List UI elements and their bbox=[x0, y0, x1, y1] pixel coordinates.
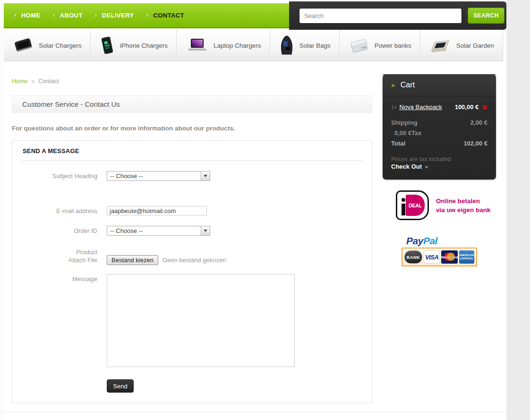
shipping-value: 2,00 € bbox=[470, 118, 487, 128]
nav-arrow-icon: › bbox=[14, 12, 16, 18]
cart-shipping-row: Shipping 2,00 € bbox=[391, 118, 487, 128]
solar-garden-icon bbox=[429, 37, 452, 53]
backpack-icon bbox=[279, 35, 295, 56]
cart-total-row: Total 102,00 € bbox=[391, 138, 487, 149]
nav-item-about[interactable]: › ABOUT bbox=[53, 12, 83, 19]
message-textarea[interactable] bbox=[107, 274, 295, 367]
remove-item-icon[interactable]: ✖ bbox=[482, 104, 487, 111]
page-wrapper: › HOME › ABOUT › DELIVERY › CONTACT SEAR… bbox=[4, 0, 506, 420]
search-input[interactable] bbox=[299, 8, 462, 24]
category-item-solar-garden[interactable]: Solar Garden bbox=[420, 30, 503, 61]
category-item-solar-chargers[interactable]: Solar Chargers bbox=[4, 30, 91, 61]
nav-label-contact: CONTACT bbox=[154, 12, 184, 19]
category-label: iPhone Chargers bbox=[120, 42, 168, 49]
attach-file-label: Attach File bbox=[12, 255, 102, 265]
footer-divider bbox=[4, 412, 506, 412]
category-menu: Solar Chargers iPhone Chargers bbox=[4, 30, 503, 61]
ideal-deal-text: DEAL bbox=[409, 203, 422, 208]
bank-badge-text: BANK bbox=[407, 255, 420, 260]
power-bank-icon bbox=[348, 37, 370, 54]
nav-label-home: HOME bbox=[21, 12, 41, 19]
message-row: Message bbox=[12, 274, 295, 367]
file-status-text: Geen bestand gekozen bbox=[162, 255, 226, 265]
subject-select-value: -- Choose -- bbox=[107, 171, 201, 180]
nav-label-delivery: DELIVERY bbox=[102, 12, 134, 19]
cart-header: » Cart bbox=[383, 74, 496, 96]
category-label: Solar Chargers bbox=[39, 42, 82, 49]
nav-item-contact[interactable]: › CONTACT bbox=[146, 12, 184, 19]
iphone-icon bbox=[99, 35, 115, 55]
page-title-bar: Customer Service - Contact Us bbox=[12, 95, 372, 113]
order-id-select[interactable]: -- Choose -- bbox=[107, 226, 210, 236]
breadcrumb-separator: » bbox=[31, 78, 34, 85]
category-item-laptop-chargers[interactable]: Laptop Chargers bbox=[177, 30, 270, 61]
search-bar: SEARCH bbox=[289, 1, 506, 30]
cart-item-qty: 1× bbox=[391, 104, 397, 110]
email-row: E-mail address bbox=[12, 206, 207, 216]
search-button[interactable]: SEARCH bbox=[468, 8, 504, 24]
page-title: Customer Service - Contact Us bbox=[22, 100, 120, 108]
attach-file-row: Attach File Bestand kiezen Geen bestand … bbox=[12, 255, 226, 265]
subject-label: Subject Heading bbox=[12, 171, 102, 181]
cart-body: 1× Nova Backpack 100,00 € ✖ Shipping 2,0… bbox=[383, 96, 496, 170]
order-id-row: Order ID -- Choose -- bbox=[12, 226, 210, 236]
category-label: Laptop Chargers bbox=[214, 42, 261, 49]
ideal-tagline-line1: Online betalen bbox=[436, 197, 491, 206]
cart-item-price: 100,00 € bbox=[455, 103, 479, 111]
nav-arrow-icon: › bbox=[146, 12, 148, 18]
nav-item-delivery[interactable]: › DELIVERY bbox=[95, 12, 134, 19]
category-label: Solar Bags bbox=[299, 42, 331, 49]
visa-badge-text: VISA bbox=[425, 254, 438, 261]
ideal-payment-block: DEAL Online betalen via uw eigen bank bbox=[396, 190, 491, 220]
category-item-solar-bags[interactable]: Solar Bags bbox=[270, 30, 340, 61]
send-row: Send bbox=[12, 379, 134, 393]
breadcrumb-home-link[interactable]: Home bbox=[12, 78, 27, 85]
chevron-right-icon: » bbox=[425, 163, 428, 170]
shipping-label: Shipping bbox=[391, 118, 418, 128]
category-item-iphone-chargers[interactable]: iPhone Chargers bbox=[91, 30, 177, 61]
category-label: Power banks bbox=[375, 42, 411, 49]
category-item-power-banks[interactable]: Power banks bbox=[340, 30, 420, 61]
top-nav: › HOME › ABOUT › DELIVERY › CONTACT bbox=[4, 3, 289, 28]
order-id-label: Order ID bbox=[12, 226, 102, 236]
cart-tax-row: 0,00 €Tax bbox=[391, 128, 487, 138]
bank-badge-icon: BANK bbox=[404, 250, 422, 264]
email-field[interactable] bbox=[107, 206, 207, 215]
cart-item-link[interactable]: Nova Backpack bbox=[400, 103, 442, 111]
ideal-tagline-line2: via uw eigen bank bbox=[436, 206, 491, 214]
total-value: 102,00 € bbox=[463, 138, 487, 149]
checkout-label: Check Out bbox=[391, 163, 422, 170]
nav-arrow-icon: › bbox=[53, 12, 55, 18]
form-heading: SEND A MESSAGE bbox=[23, 147, 79, 154]
paypal-payment-block: PayPal BANK VISA MasterCard AMERICAN EXP… bbox=[402, 235, 477, 266]
cart-widget: » Cart 1× Nova Backpack 100,00 € ✖ Shipp… bbox=[383, 74, 496, 180]
paypal-logo-pal: Pal bbox=[423, 235, 437, 246]
nav-item-home[interactable]: › HOME bbox=[14, 12, 41, 19]
breadcrumb: Home»Contact bbox=[12, 78, 59, 85]
category-label: Solar Garden bbox=[456, 42, 494, 49]
ideal-tagline: Online betalen via uw eigen bank bbox=[436, 197, 491, 214]
choose-file-button[interactable]: Bestand kiezen bbox=[107, 255, 158, 265]
send-button[interactable]: Send bbox=[107, 379, 134, 393]
cart-title: Cart bbox=[401, 81, 415, 89]
mastercard-badge-icon: MasterCard bbox=[441, 250, 457, 264]
chevron-down-icon[interactable] bbox=[201, 171, 210, 180]
laptop-icon bbox=[185, 36, 209, 54]
chevron-down-icon[interactable] bbox=[201, 226, 210, 235]
paypal-logo: PayPal bbox=[402, 235, 477, 247]
subject-select[interactable]: -- Choose -- bbox=[107, 171, 210, 181]
visa-badge-icon: VISA bbox=[424, 250, 440, 264]
ideal-i-dot bbox=[402, 198, 405, 202]
amex-badge-icon: AMERICAN EXPRESS bbox=[459, 250, 474, 264]
checkout-link[interactable]: Check Out» bbox=[391, 163, 428, 170]
tax-included-note: Prices are tax included bbox=[391, 156, 487, 163]
message-label: Message bbox=[12, 274, 102, 284]
chevron-right-icon: » bbox=[391, 81, 395, 89]
solar-charger-icon bbox=[12, 36, 34, 55]
cart-item-row: 1× Nova Backpack 100,00 € ✖ bbox=[391, 103, 487, 111]
nav-arrow-icon: › bbox=[95, 12, 97, 18]
nav-label-about: ABOUT bbox=[60, 12, 83, 19]
email-label: E-mail address bbox=[12, 206, 102, 216]
amex-badge-text: AMERICAN EXPRESS bbox=[459, 254, 474, 260]
total-label: Total bbox=[391, 138, 405, 149]
